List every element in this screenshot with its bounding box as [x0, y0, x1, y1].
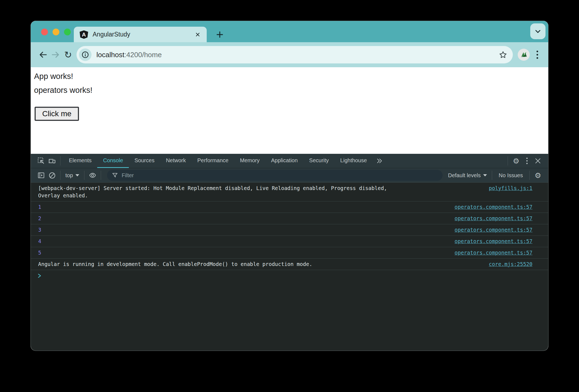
close-window-button[interactable]: [41, 29, 48, 35]
execution-context-selector[interactable]: top: [63, 172, 81, 179]
bookmark-star-icon[interactable]: [499, 50, 507, 59]
url-text[interactable]: localhost:4200/home: [96, 51, 162, 59]
maximize-window-button[interactable]: [64, 29, 71, 35]
console-message-text: 1: [38, 203, 392, 211]
url-path: :4200/home: [124, 51, 162, 59]
console-message-row: Angular is running in development mode. …: [31, 259, 548, 270]
browser-menu-icon[interactable]: [532, 48, 542, 61]
devtools-tab-network[interactable]: Network: [160, 154, 191, 168]
devtools-tabs: ElementsConsoleSourcesNetworkPerformance…: [63, 154, 373, 168]
devtools-tab-memory[interactable]: Memory: [234, 154, 265, 168]
console-message-row: 2operators.component.ts:57: [31, 213, 548, 224]
browser-tab-strip: A AngularStudy: [31, 21, 548, 42]
console-source-link[interactable]: operators.component.ts:57: [448, 249, 532, 256]
address-bar[interactable]: localhost:4200/home: [77, 46, 513, 63]
forward-button[interactable]: [49, 48, 62, 61]
devtools-settings-icon[interactable]: ⚙: [511, 155, 522, 166]
console-message-text: 2: [38, 215, 392, 222]
console-settings-icon[interactable]: ⚙: [532, 170, 543, 181]
devtools-tab-lighthouse[interactable]: Lighthouse: [334, 154, 373, 168]
console-message-text: 4: [38, 238, 392, 245]
more-tabs-icon[interactable]: [373, 158, 386, 164]
console-filter-box[interactable]: [107, 170, 443, 181]
click-me-button[interactable]: Click me: [35, 107, 79, 121]
devtools-close-icon[interactable]: [532, 155, 543, 166]
svg-text:A: A: [82, 31, 86, 38]
devtools-tab-bar: ElementsConsoleSourcesNetworkPerformance…: [31, 154, 548, 168]
console-message-row: 5operators.component.ts:57: [31, 247, 548, 259]
console-message-text: 5: [38, 249, 392, 256]
site-info-icon[interactable]: [79, 48, 92, 61]
chevron-down-icon: [483, 174, 487, 176]
reload-button[interactable]: ↻: [62, 48, 74, 61]
app-works-text: App works!: [34, 71, 548, 81]
issues-counter[interactable]: No Issues: [495, 172, 527, 179]
back-button[interactable]: [37, 48, 49, 61]
console-message-row: [webpack-dev-server] Server started: Hot…: [31, 183, 548, 201]
console-message-row: 1operators.component.ts:57: [31, 201, 548, 213]
console-message-row: 4operators.component.ts:57: [31, 236, 548, 247]
levels-label: Default levels: [448, 172, 481, 179]
divider: [529, 171, 530, 180]
console-output: [webpack-dev-server] Server started: Hot…: [31, 183, 548, 351]
devtools-panel: ElementsConsoleSourcesNetworkPerformance…: [31, 154, 548, 351]
divider: [492, 171, 492, 180]
devtools-tab-application[interactable]: Application: [265, 154, 303, 168]
minimize-window-button[interactable]: [53, 29, 59, 35]
window-controls: [41, 29, 71, 35]
console-sidebar-icon[interactable]: [36, 170, 47, 181]
filter-funnel-icon: [112, 172, 118, 178]
angular-favicon-icon: A: [79, 30, 89, 39]
divider: [101, 171, 101, 180]
url-host: localhost: [96, 51, 124, 59]
divider: [60, 156, 60, 166]
log-levels-dropdown[interactable]: Default levels: [446, 172, 489, 179]
browser-window: A AngularStudy ↻: [31, 21, 548, 351]
divider: [60, 171, 60, 180]
console-message-text: Angular is running in development mode. …: [38, 261, 392, 268]
console-source-link[interactable]: operators.component.ts:57: [448, 203, 532, 211]
console-source-link[interactable]: operators.component.ts:57: [448, 226, 532, 234]
tab-search-button[interactable]: [530, 23, 546, 39]
browser-toolbar: ↻ localhost:4200/home: [31, 42, 548, 67]
console-message-text: 3: [38, 226, 392, 234]
device-toolbar-icon[interactable]: [47, 155, 57, 166]
clear-console-icon[interactable]: [47, 170, 57, 181]
console-prompt[interactable]: [31, 270, 548, 278]
console-source-link[interactable]: polyfills.js:1: [482, 185, 532, 192]
new-tab-button[interactable]: [212, 27, 227, 42]
devtools-tab-sources[interactable]: Sources: [129, 154, 160, 168]
devtools-tab-elements[interactable]: Elements: [63, 154, 97, 168]
devtools-tab-console[interactable]: Console: [97, 154, 129, 168]
console-message-row: 3operators.component.ts:57: [31, 224, 548, 236]
chevron-down-icon: [75, 174, 79, 176]
divider: [84, 171, 84, 180]
console-message-text: [webpack-dev-server] Server started: Hot…: [38, 185, 392, 199]
live-expression-eye-icon[interactable]: [87, 170, 98, 181]
profile-avatar[interactable]: [518, 49, 530, 61]
divider: [508, 156, 508, 166]
devtools-tab-performance[interactable]: Performance: [192, 154, 234, 168]
devtools-tab-security[interactable]: Security: [303, 154, 334, 168]
page-content: App works! operators works! Click me: [31, 67, 548, 154]
tab-title: AngularStudy: [93, 31, 194, 38]
devtools-menu-icon[interactable]: [522, 155, 532, 166]
console-messages: [webpack-dev-server] Server started: Hot…: [31, 183, 548, 270]
close-tab-icon[interactable]: [194, 31, 201, 38]
filter-input[interactable]: [121, 172, 440, 179]
console-source-link[interactable]: operators.component.ts:57: [448, 238, 532, 245]
inspect-element-icon[interactable]: [36, 155, 47, 166]
console-source-link[interactable]: operators.component.ts:57: [448, 215, 532, 222]
browser-tab[interactable]: A AngularStudy: [74, 27, 207, 42]
prompt-chevron-icon: [37, 273, 42, 278]
console-source-link[interactable]: core.mjs:25520: [482, 261, 532, 268]
operators-works-text: operators works!: [34, 85, 548, 95]
console-toolbar: top Default levels No Issues: [31, 168, 548, 183]
context-label: top: [65, 172, 73, 179]
